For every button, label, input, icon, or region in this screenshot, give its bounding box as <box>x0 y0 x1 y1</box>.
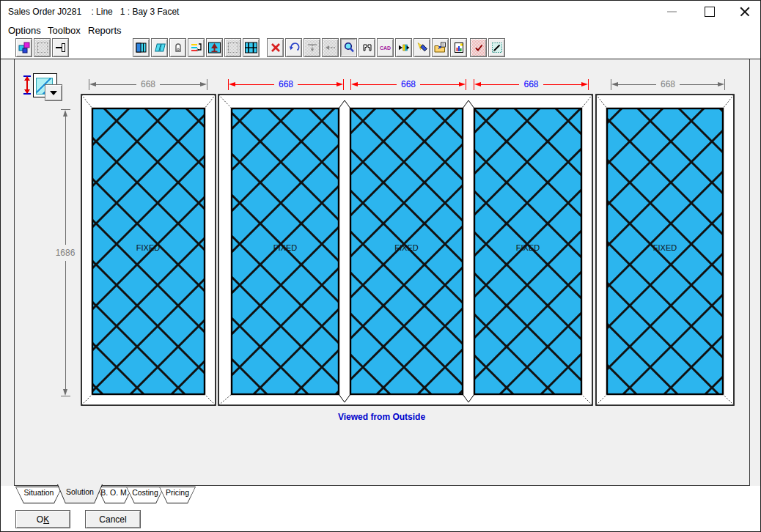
ok-label: O <box>37 514 43 525</box>
tab-pricing[interactable]: Pricing <box>159 487 196 503</box>
panel-label: FIXED <box>516 243 540 252</box>
zoom-icon <box>343 42 355 53</box>
export-folder-icon <box>434 42 446 53</box>
ok-button[interactable]: OK <box>15 510 70 528</box>
hardware-button[interactable] <box>169 38 186 57</box>
dotted-grid-icon <box>228 43 238 53</box>
cascade-icon <box>18 42 30 53</box>
spec-list-icon <box>191 42 202 53</box>
dotted-grid-button[interactable] <box>34 38 51 57</box>
profile-section-icon <box>55 42 67 53</box>
move-pane-icon <box>398 42 410 53</box>
profile-section-button[interactable] <box>52 38 69 57</box>
annotation-icon <box>491 42 503 53</box>
minimize-button[interactable] <box>655 1 688 23</box>
cancel-button[interactable]: Cancel <box>85 510 141 528</box>
zoom-button[interactable] <box>340 38 357 57</box>
maximize-icon <box>705 7 715 17</box>
cancel-label: Cancel <box>99 514 126 525</box>
torch-button[interactable] <box>413 38 430 57</box>
frame-layout-icon <box>136 42 147 53</box>
cad-icon: CAD <box>380 45 391 51</box>
tab-label: Costing <box>126 488 164 497</box>
frame-layout-button[interactable] <box>133 38 150 57</box>
cascade-button[interactable] <box>15 38 32 57</box>
glazing-button[interactable] <box>151 38 168 57</box>
hardware-icon <box>172 42 184 53</box>
undo-button[interactable] <box>285 38 302 57</box>
tab-costing[interactable]: Costing <box>126 487 164 503</box>
approve-grid-icon <box>473 42 485 53</box>
garden-view-button[interactable] <box>206 38 223 57</box>
view-caption: Viewed from Outside <box>14 412 749 422</box>
menu-toolbox[interactable]: Toolbox <box>45 24 84 37</box>
frame-3[interactable]: FIXED <box>596 95 734 405</box>
menu-options[interactable]: Options <box>5 24 44 37</box>
flip-button[interactable] <box>359 38 375 57</box>
sales-order-window: Sales Order J0281 : Line 1 : Bay 3 Facet… <box>0 0 761 532</box>
dotted-grid-button[interactable] <box>224 38 241 57</box>
export-folder-button[interactable] <box>432 38 449 57</box>
title-bar: Sales Order J0281 : Line 1 : Bay 3 Facet <box>1 1 760 23</box>
panel-label: FIXED <box>653 243 677 252</box>
torch-icon <box>416 42 428 53</box>
tab-bom[interactable]: B. O. M. <box>97 487 133 503</box>
annotation-button[interactable] <box>488 38 505 57</box>
spec-list-button[interactable] <box>188 38 205 57</box>
extend-icon <box>325 42 337 53</box>
mullion-icon <box>245 42 257 53</box>
drawing-border-right <box>749 59 750 486</box>
window-title: Sales Order J0281 : Line 1 : Bay 3 Facet <box>8 7 179 17</box>
frame-1[interactable]: FIXED <box>81 95 216 405</box>
minimize-icon <box>667 11 677 12</box>
glazing-icon <box>154 42 166 53</box>
close-icon <box>740 7 750 17</box>
panel-label: FIXED <box>273 243 297 252</box>
tab-label: Pricing <box>159 488 196 497</box>
undo-icon <box>288 42 300 53</box>
extend-button[interactable] <box>322 38 339 57</box>
dimension-button[interactable] <box>304 38 320 57</box>
dimension-icon <box>306 42 318 53</box>
tab-situation[interactable]: Situation <box>15 487 62 503</box>
move-pane-button[interactable] <box>395 38 412 57</box>
delete-icon <box>270 42 282 53</box>
panel-label: FIXED <box>136 243 160 252</box>
tab-label: B. O. M. <box>97 488 133 497</box>
close-button[interactable] <box>728 1 761 23</box>
menu-reports[interactable]: Reports <box>85 24 125 37</box>
tab-label: Situation <box>15 488 62 497</box>
panel-label: FIXED <box>394 243 418 252</box>
garden-view-icon <box>208 42 221 53</box>
report-chart-icon <box>453 42 465 53</box>
tab-solution[interactable]: Solution <box>57 484 103 503</box>
dotted-grid-icon <box>37 43 48 53</box>
delete-button[interactable] <box>267 38 284 57</box>
mullion-button[interactable] <box>243 38 260 57</box>
cad-export-button[interactable]: CAD <box>377 38 394 57</box>
report-chart-button[interactable] <box>450 38 467 57</box>
ok-accel: K <box>43 514 49 525</box>
menu-bar: Options Toolbox Reports <box>1 23 760 37</box>
flip-icon <box>361 42 373 53</box>
approve-grid-button[interactable] <box>470 38 487 57</box>
frame-2[interactable]: FIXED FIXED FIXED <box>218 95 592 405</box>
tab-label: Solution <box>57 487 103 496</box>
toolbar: CAD <box>1 37 760 59</box>
maximize-button[interactable] <box>693 1 727 23</box>
